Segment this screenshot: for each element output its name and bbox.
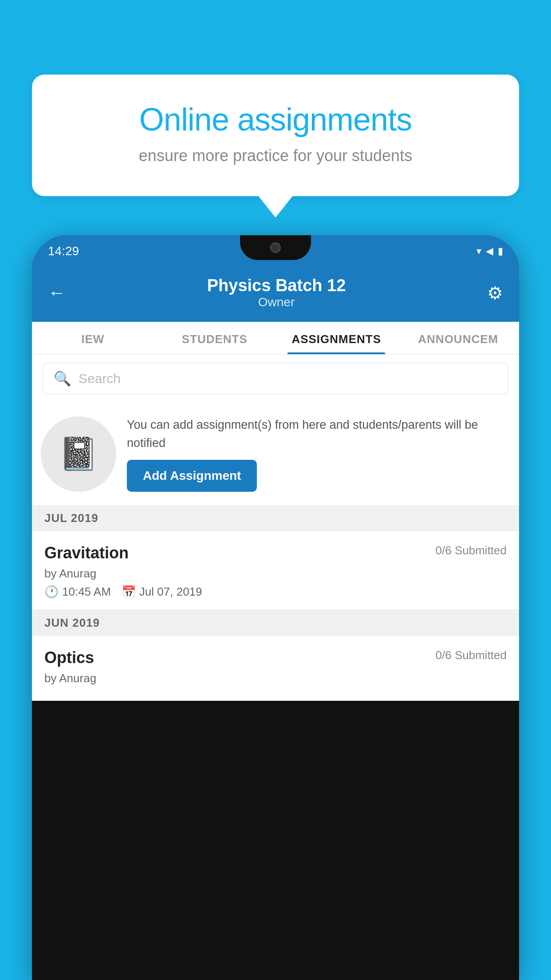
phone-content: 🔍 Search 📓 You can add assignment(s) fro… (32, 355, 519, 701)
phone-frame: 14:29 ▾ ◀ ▮ ← Physics Batch 12 Owner ⚙ I… (32, 235, 519, 980)
settings-icon[interactable]: ⚙ (487, 283, 503, 303)
assignment-row-top: Gravitation 0/6 Submitted (44, 544, 507, 562)
signal-icon: ◀ (486, 245, 493, 257)
search-bar-wrap: 🔍 Search (32, 355, 519, 403)
header-title-block: Physics Batch 12 Owner (207, 276, 346, 309)
assignment-optics-submitted: 0/6 Submitted (436, 648, 507, 662)
add-assignment-promo: 📓 You can add assignment(s) from here an… (32, 403, 519, 505)
add-assignment-button[interactable]: Add Assignment (127, 460, 257, 492)
bubble-title: Online assignments (63, 101, 488, 138)
status-icons: ▾ ◀ ▮ (476, 245, 503, 257)
search-placeholder: Search (79, 371, 121, 386)
assignment-book-icon: 📓 (59, 435, 98, 473)
assignment-optics-name: Optics (44, 648, 94, 667)
promo-icon-circle: 📓 (41, 416, 116, 492)
promo-text-block: You can add assignment(s) from here and … (127, 416, 507, 492)
assignment-optics-by: by Anurag (44, 672, 507, 685)
app-header: ← Physics Batch 12 Owner ⚙ (32, 267, 519, 322)
time-value: 10:45 AM (62, 585, 111, 599)
status-time: 14:29 (48, 244, 79, 258)
assignment-submitted: 0/6 Submitted (436, 544, 507, 557)
batch-subtitle: Owner (207, 295, 346, 309)
phone-camera (270, 242, 281, 253)
calendar-icon: 📅 (122, 585, 136, 599)
assignment-time: 🕐 10:45 AM (44, 585, 111, 599)
batch-title: Physics Batch 12 (207, 276, 346, 295)
back-button[interactable]: ← (48, 283, 66, 303)
assignment-date: 📅 Jul 07, 2019 (122, 585, 202, 599)
tab-assignments[interactable]: ASSIGNMENTS (276, 322, 398, 354)
search-bar[interactable]: 🔍 Search (43, 363, 508, 395)
promo-description: You can add assignment(s) from here and … (127, 416, 507, 452)
wifi-icon: ▾ (476, 245, 481, 257)
section-jul-2019: JUL 2019 (32, 505, 519, 531)
tab-students[interactable]: STUDENTS (154, 322, 276, 354)
status-bar: 14:29 ▾ ◀ ▮ (32, 235, 519, 267)
tab-announcements[interactable]: ANNOUNCEM (398, 322, 520, 354)
assignment-meta: 🕐 10:45 AM 📅 Jul 07, 2019 (44, 585, 507, 599)
bubble-subtitle: ensure more practice for your students (63, 146, 488, 165)
assignment-gravitation[interactable]: Gravitation 0/6 Submitted by Anurag 🕐 10… (32, 531, 519, 610)
battery-icon: ▮ (498, 245, 503, 257)
clock-icon: 🕐 (44, 585, 59, 599)
tabs-bar: IEW STUDENTS ASSIGNMENTS ANNOUNCEM (32, 322, 519, 355)
assignment-name: Gravitation (44, 544, 129, 562)
search-icon: 🔍 (54, 370, 71, 387)
phone-notch (240, 235, 311, 260)
assignment-optics[interactable]: Optics 0/6 Submitted by Anurag (32, 636, 519, 701)
section-jun-2019: JUN 2019 (32, 610, 519, 636)
speech-bubble: Online assignments ensure more practice … (32, 75, 519, 196)
date-value: Jul 07, 2019 (139, 585, 202, 599)
tab-overview[interactable]: IEW (32, 322, 154, 354)
assignment-optics-row-top: Optics 0/6 Submitted (44, 648, 507, 667)
assignment-by: by Anurag (44, 567, 507, 581)
